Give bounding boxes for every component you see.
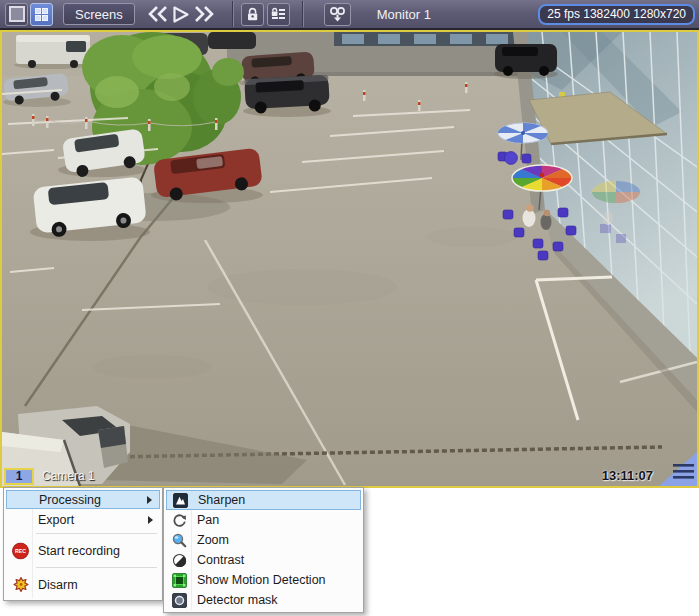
submenu-item-zoom[interactable]: Zoom [166,530,361,550]
screens-button[interactable]: Screens [63,3,135,25]
submenu-item-sharpen[interactable]: Sharpen [166,490,361,510]
detector-mask-icon [171,592,187,608]
menu-item-start-recording[interactable]: REC Start recording [6,537,160,564]
submenu-item-pan[interactable]: Pan [166,510,361,530]
arm-button[interactable] [241,3,264,26]
toolbar-separator [232,1,234,27]
menu-separator [36,567,157,568]
lock-list-icon [270,7,286,22]
lock-icon [245,7,260,22]
camera-context-menu: Processing Export REC Start recording Di… [3,487,163,601]
stream-stats-badge: 25 fps 1382400 1280x720 [538,4,695,25]
menu-item-export[interactable]: Export [6,509,160,530]
camera-name-label: Camera 1 [42,469,95,483]
next-screens-icon[interactable] [193,2,216,26]
submenu-item-detector-mask[interactable]: Detector mask [166,590,361,610]
surveillance-app-window: { "toolbar": { "screens_button": "Screen… [0,0,699,616]
archive-button[interactable] [324,3,351,26]
processing-submenu: Sharpen Pan Zoom Contrast [163,487,364,613]
camera-tile[interactable]: 1 Camera 1 13:11:07 [0,30,699,488]
archive-group [324,3,351,26]
single-screen-button[interactable] [5,3,28,26]
contrast-icon [171,552,187,568]
submenu-arrow-icon [148,516,153,524]
camera-video-frame [2,32,697,486]
quad-screen-icon [35,8,48,21]
toolbar-separator [302,1,304,27]
white-van [16,35,90,68]
previous-screens-icon[interactable] [147,2,170,26]
menu-item-processing[interactable]: Processing [6,490,160,509]
single-screen-icon [9,6,25,22]
quad-screen-button[interactable] [30,3,53,26]
submenu-item-show-motion-detection[interactable]: Show Motion Detection [166,570,361,590]
arming-group [241,3,290,26]
menu-item-disarm[interactable]: Disarm [6,571,160,598]
svg-text:REC: REC [15,548,26,554]
zoom-icon [171,532,187,548]
dark-suv-by-building [495,44,557,76]
timestamp-label: 13:11:07 [602,468,653,483]
monitor-title: Monitor 1 [377,7,431,22]
play-scroll-icon[interactable] [170,2,193,26]
pan-icon [171,512,187,528]
arm-list-button[interactable] [267,3,290,26]
submenu-item-contrast[interactable]: Contrast [166,550,361,570]
main-toolbar: Screens [0,0,699,30]
camera-number-badge[interactable]: 1 [4,468,34,485]
menu-separator [36,533,157,534]
disarm-icon [12,576,29,593]
monitor-navigation [147,2,216,26]
motion-detection-icon [171,572,187,588]
record-icon: REC [12,542,29,559]
sharpen-icon [172,492,188,508]
film-reels-download-icon [329,6,346,23]
tile-menu-grip[interactable] [659,452,697,486]
submenu-arrow-icon [147,496,152,504]
